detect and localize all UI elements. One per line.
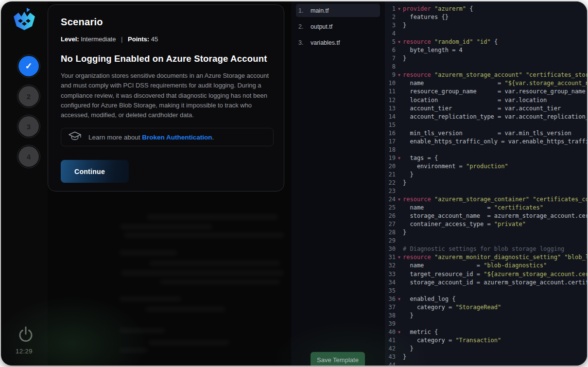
fold-arrow-icon[interactable]: ▼ xyxy=(396,71,403,79)
fold-gutter xyxy=(396,287,403,295)
code-text: environment = "production" xyxy=(403,162,508,171)
fold-gutter xyxy=(396,187,403,195)
save-template-button[interactable]: Save Template xyxy=(311,352,365,366)
fold-arrow-icon[interactable]: ▼ xyxy=(396,195,403,204)
power-icon[interactable] xyxy=(17,325,35,345)
learn-more-link[interactable]: Broken Authentication xyxy=(142,134,212,141)
fold-gutter xyxy=(396,303,403,312)
code-line: 23 xyxy=(385,187,587,195)
code-line: 43} xyxy=(385,353,587,361)
line-number: 43 xyxy=(385,353,396,361)
continue-button[interactable]: Continue xyxy=(61,160,129,183)
fold-gutter xyxy=(396,245,403,253)
line-number: 23 xyxy=(385,187,396,195)
fold-gutter xyxy=(396,129,403,138)
line-number: 40 xyxy=(385,328,396,336)
fold-gutter xyxy=(396,96,403,105)
scenario-heading: No Logging Enabled on Azure Storage Acco… xyxy=(61,53,271,64)
fold-gutter xyxy=(396,204,403,212)
meta-separator: | xyxy=(121,35,122,43)
learn-more-text: Learn more about Broken Authentication. xyxy=(88,134,214,141)
fold-gutter xyxy=(396,212,403,220)
fold-gutter xyxy=(396,336,403,345)
scenario-meta: Level: Intermediate | Points: 45 xyxy=(61,35,271,43)
fold-gutter xyxy=(396,179,403,187)
code-text: min_tls_version = var.min_tls_version xyxy=(403,129,571,138)
code-line: 38 } xyxy=(385,312,587,320)
code-line: 21 } xyxy=(385,171,587,179)
code-line: 9▼resource "azurerm_storage_account" "ce… xyxy=(385,71,587,79)
code-line: 7} xyxy=(385,54,587,63)
file-item-main.tf[interactable]: 1.main.tf xyxy=(296,4,380,17)
code-line: 29 xyxy=(385,237,587,245)
line-number: 12 xyxy=(385,96,396,105)
code-text: metric { xyxy=(403,328,438,336)
fold-gutter xyxy=(396,30,403,38)
sidebar: ✓234 12:29 xyxy=(1,1,48,366)
file-item-output.tf[interactable]: 2.output.tf xyxy=(296,20,380,33)
app-logo-icon xyxy=(11,6,38,34)
points-label: Points: xyxy=(128,35,149,43)
code-line: 30# Diagnostic settings for blob storage… xyxy=(385,245,587,253)
code-text: target_resource_id = "${azurerm_storage_… xyxy=(403,270,587,279)
code-line: 15 xyxy=(385,121,587,129)
fold-gutter xyxy=(396,13,403,21)
code-line: 34 storage_account_id = azurerm_storage_… xyxy=(385,279,587,287)
code-editor[interactable]: 1▼provider "azurerm" {2 features {}3}45▼… xyxy=(385,1,587,366)
code-line: 35 xyxy=(385,287,587,295)
code-text: name = "certificates" xyxy=(403,204,543,212)
line-number: 41 xyxy=(385,336,396,345)
line-number: 38 xyxy=(385,312,396,320)
graduation-cap-icon xyxy=(68,131,82,143)
code-line: 26 storage_account_name = azurerm_storag… xyxy=(385,212,587,220)
file-item-variables.tf[interactable]: 3.variables.tf xyxy=(296,36,380,49)
code-line: 12 location = var.location xyxy=(385,96,587,105)
fold-arrow-icon[interactable]: ▼ xyxy=(396,253,403,262)
code-text: byte_length = 4 xyxy=(403,46,463,54)
line-number: 44 xyxy=(385,361,396,366)
fold-arrow-icon[interactable]: ▼ xyxy=(396,154,403,162)
fold-gutter xyxy=(396,54,403,63)
file-index: 2. xyxy=(296,23,311,30)
code-line: 33 target_resource_id = "${azurerm_stora… xyxy=(385,270,587,279)
fold-arrow-icon[interactable]: ▼ xyxy=(396,295,403,303)
code-text: location = var.location xyxy=(403,96,547,105)
file-name: main.tf xyxy=(311,7,329,14)
code-text: } xyxy=(403,54,406,63)
sidebar-step-4[interactable]: 4 xyxy=(18,146,39,167)
points-value: 45 xyxy=(151,35,158,43)
fold-arrow-icon[interactable]: ▼ xyxy=(396,38,403,46)
fold-gutter xyxy=(396,162,403,171)
learn-more-box: Learn more about Broken Authentication. xyxy=(61,128,274,146)
file-name: variables.tf xyxy=(311,39,340,46)
code-text: } xyxy=(403,228,406,237)
fold-gutter xyxy=(396,105,403,113)
line-number: 4 xyxy=(385,30,396,38)
line-number: 24 xyxy=(385,195,396,204)
code-text: storage_account_name = azurerm_storage_a… xyxy=(403,212,587,220)
line-number: 5 xyxy=(385,38,396,46)
file-index: 1. xyxy=(296,7,311,14)
fold-gutter xyxy=(396,270,403,279)
fold-gutter xyxy=(396,138,403,146)
line-number: 19 xyxy=(385,154,396,162)
code-line: 39 xyxy=(385,320,587,328)
fold-gutter xyxy=(396,21,403,30)
fold-arrow-icon[interactable]: ▼ xyxy=(396,328,403,336)
sidebar-step-1-complete[interactable]: ✓ xyxy=(18,56,39,76)
level-label: Level: xyxy=(61,35,79,43)
line-number: 21 xyxy=(385,171,396,179)
code-line: 16 min_tls_version = var.min_tls_version xyxy=(385,129,587,138)
fold-gutter xyxy=(396,87,403,96)
code-line: 42 } xyxy=(385,345,587,353)
sidebar-step-2[interactable]: 2 xyxy=(18,86,39,106)
code-text: } xyxy=(403,353,406,361)
file-name: output.tf xyxy=(311,23,332,30)
app-window: ✓234 12:29 Scenario Level: Intermediate … xyxy=(1,1,587,366)
fold-gutter xyxy=(396,46,403,54)
code-text: category = "StorageRead" xyxy=(403,303,501,312)
code-text: resource "azurerm_monitor_diagnostic_set… xyxy=(403,253,587,262)
code-line: 2 features {} xyxy=(385,13,587,21)
sidebar-step-3[interactable]: 3 xyxy=(18,116,39,137)
fold-arrow-icon[interactable]: ▼ xyxy=(396,5,403,13)
